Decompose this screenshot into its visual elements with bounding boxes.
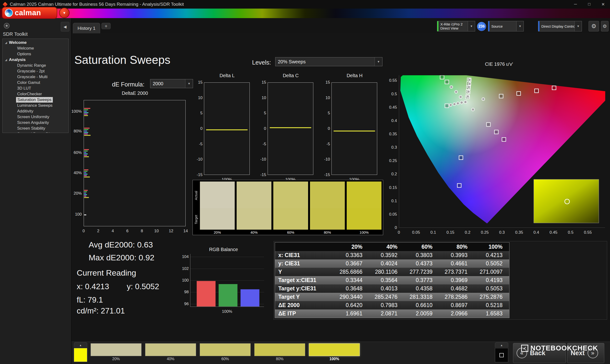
axis-label: 0 (388, 225, 397, 230)
sidebar-item-saturation-sweeps[interactable]: Saturation Sweeps (3, 97, 68, 103)
workflow-settings-button[interactable]: ⚙ (601, 21, 609, 31)
gridline (190, 257, 264, 257)
axis-label: 0 (193, 126, 203, 131)
de-bar (84, 153, 88, 154)
table-cell: 271.0097 (475, 268, 510, 276)
sidebar-item-additivity[interactable]: Additivity (3, 108, 68, 114)
pin-button[interactable] (4, 23, 10, 29)
table-row-e-itp: ΔE ITP1.69612.08712.00592.09661.6583 (275, 310, 509, 318)
sidebar-item-screen-stability[interactable]: Screen Stability (3, 126, 68, 131)
axis-label: 0 (256, 126, 266, 131)
sidebar-collapse-button[interactable]: ◀ (61, 22, 69, 31)
sidebar-item-label: ColorChecker (16, 91, 43, 97)
delta-trace-line (206, 129, 247, 130)
chart-title: Delta H (331, 73, 378, 78)
de-bar (84, 174, 88, 175)
measured-marker (450, 86, 453, 88)
sidebar-item-3d-lut[interactable]: 3D LUT (3, 86, 68, 91)
sidebar-item-spectral-power-dist[interactable]: Spectral Power Dist. (3, 131, 68, 133)
axis-label: 2 (95, 229, 102, 234)
de-bar (84, 114, 88, 115)
axis-label: 8 (138, 229, 146, 234)
notebookcheck-watermark: ✓ NOTEBOOKCHECK (521, 344, 598, 352)
meter-device-name: X-Rite i1Pro 2 (440, 22, 468, 26)
patch-button-20[interactable]: 20% (91, 343, 142, 362)
chevron-down-icon: ▼ (574, 21, 582, 31)
sidebar-item-label: Spectral Power Dist. (16, 131, 55, 133)
chart-title: Delta L (204, 73, 250, 78)
source-label: Source (491, 24, 516, 28)
pattern-window-tab[interactable]: ▲ (495, 342, 508, 348)
table-corner (275, 243, 335, 251)
add-tab-button[interactable]: + (102, 23, 111, 29)
sidebar-item-dynamic-range[interactable]: Dynamic Range (3, 63, 68, 68)
sidebar-item-screen-uniformity[interactable]: Screen Uniformity (3, 114, 68, 120)
patch-button-60[interactable]: 60% (200, 343, 251, 362)
table-cell: 0.3773 (405, 276, 440, 285)
table-cell: 0.7983 (370, 301, 405, 310)
patch-color (91, 343, 142, 356)
patch-button-40[interactable]: 40% (145, 343, 196, 362)
delta-trace-line (334, 130, 375, 131)
axis-label: 15 (320, 80, 330, 85)
measured-marker (482, 98, 485, 101)
table-cell: 0.4193 (475, 276, 510, 285)
de-bar (84, 197, 89, 198)
de-bar (84, 111, 87, 112)
axis-label: 0.35 (388, 132, 397, 136)
current-reading-cdm2: cd/m²: 271.01 (77, 306, 125, 315)
swatch-level-label: 60% (273, 230, 308, 235)
sidebar-item-welcome[interactable]: Welcome (3, 46, 68, 51)
axis-label: -15 (193, 172, 203, 177)
patch-preview-tab[interactable]: ▲ (74, 342, 87, 348)
delta-h-plot (331, 82, 377, 175)
table-cell: 278.2586 (440, 293, 475, 301)
table-cell: 0.6610 (405, 301, 440, 310)
sidebar-item-grayscale-2pt[interactable]: Grayscale - 2pt (3, 68, 68, 74)
source-dropdown[interactable]: Source ▼ (488, 21, 524, 31)
axis-label: 0.25 (479, 230, 490, 235)
target-marker (535, 89, 539, 93)
sidebar-item-color-gamut[interactable]: Color Gamut (3, 80, 68, 86)
tab-history-1[interactable]: History 1 (73, 23, 100, 33)
table-cell: 0.3969 (440, 276, 475, 285)
sidebar-item-options[interactable]: Options (3, 51, 68, 57)
row-label: ΔE 2000 (275, 301, 335, 310)
cie-inset-preview (534, 179, 599, 223)
display-control-dropdown[interactable]: Direct Display Control ▼ (538, 21, 582, 31)
expander-icon[interactable]: ◢ (5, 58, 7, 62)
sidebar-item-screen-angularity[interactable]: Screen Angularity (3, 120, 68, 126)
patch-color (254, 343, 305, 356)
meter-device-dropdown[interactable]: X-Rite i1Pro 2 Direct View ▼ (437, 21, 475, 31)
sidebar-item-luminance-sweeps[interactable]: Luminance Sweeps (3, 103, 68, 108)
levels-dropdown[interactable]: 20% Sweeps ▼ (275, 57, 382, 66)
maximize-button[interactable]: □ (582, 0, 596, 9)
rgb-balance-plot (190, 254, 264, 307)
table-cell: 0.3363 (335, 251, 370, 260)
target-label: Target (194, 209, 198, 230)
tree-group-analysis[interactable]: ◢Analysis (3, 57, 68, 63)
patch-button-80[interactable]: 80% (254, 343, 305, 362)
table-cell: 0.5053 (475, 285, 510, 293)
table-cell: 275.2876 (475, 293, 510, 301)
pattern-window-button[interactable] (495, 348, 508, 362)
de-formula-dropdown[interactable]: 2000 ▼ (150, 79, 193, 88)
table-cell: 2.0059 (405, 310, 440, 318)
sidebar-item-colorchecker[interactable]: ColorChecker (3, 91, 68, 97)
sidebar-item-grayscale-multi[interactable]: Grayscale - Multi (3, 74, 68, 80)
axis-label: 100 (68, 212, 82, 217)
close-button[interactable]: ✕ (596, 0, 610, 9)
sidebar-item-label: Luminance Sweeps (16, 103, 54, 108)
axis-label: 15 (193, 80, 203, 85)
calman-menu-button[interactable]: ▼ (59, 8, 70, 18)
expander-icon[interactable]: ◢ (5, 41, 7, 44)
max-de2000: Max dE2000: 0.92 (89, 253, 155, 262)
results-table-panel: 20%40%60%80%100%x: CIE310.33630.35920.38… (273, 241, 607, 320)
target-marker (487, 123, 490, 127)
tree-group-welcome[interactable]: ◢Welcome (3, 40, 68, 46)
patch-button-100[interactable]: 100% (309, 343, 360, 362)
minimize-button[interactable]: ─ (569, 0, 582, 9)
settings-gear-button[interactable]: ⚙ (589, 21, 599, 31)
chevron-down-icon: ▼ (375, 57, 382, 66)
axis-label: 0.2 (388, 172, 397, 177)
